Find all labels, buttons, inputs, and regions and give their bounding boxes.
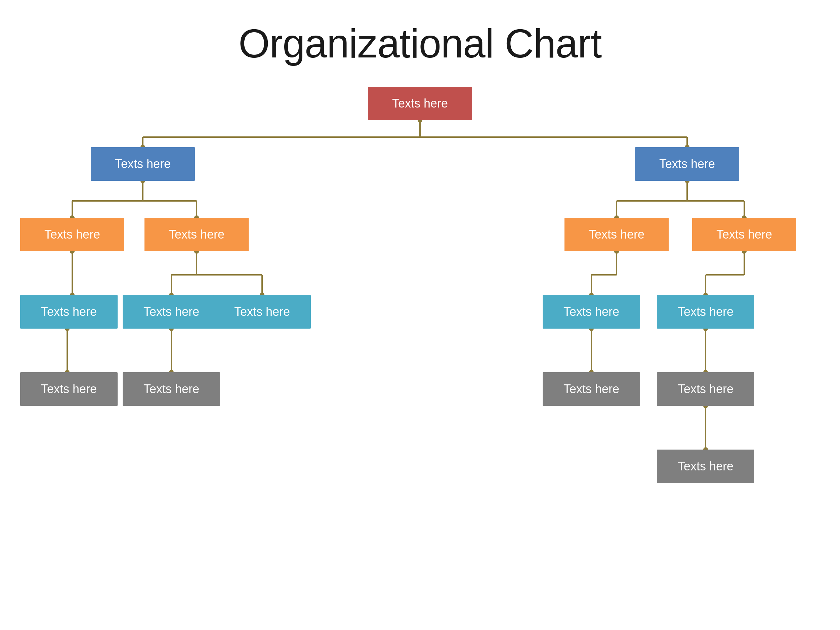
node-l4-a: Texts here [20,372,118,406]
node-l4-b: Texts here [123,372,220,406]
node-l2-d: Texts here [692,218,796,251]
node-l5-a: Texts here [657,450,754,483]
node-l3-a: Texts here [20,295,118,328]
node-l2-b: Texts here [144,218,249,251]
page-title: Organizational Chart [238,20,602,66]
node-l3-c: Texts here [213,295,311,328]
chart-area: Texts here Texts here Texts here Texts h… [0,87,840,630]
node-l1-left: Texts here [91,147,195,181]
node-l2-c: Texts here [564,218,669,251]
node-l4-d: Texts here [657,372,754,406]
node-root: Texts here [368,87,472,120]
node-l3-d: Texts here [543,295,640,328]
node-l1-right: Texts here [635,147,739,181]
node-l2-a: Texts here [20,218,124,251]
node-l4-c: Texts here [543,372,640,406]
node-l3-b: Texts here [123,295,220,328]
node-l3-e: Texts here [657,295,754,328]
